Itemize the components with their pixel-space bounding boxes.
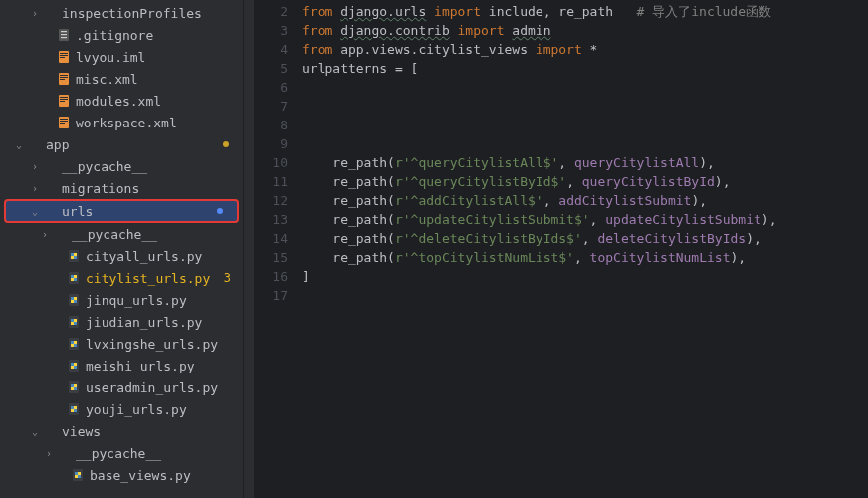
tree-item-jiudian_urls.py[interactable]: jiudian_urls.py: [0, 311, 243, 333]
tree-item-lvyou.iml[interactable]: lvyou.iml: [0, 46, 243, 68]
tree-item-label: app: [46, 137, 223, 152]
code-line[interactable]: from app.views.citylist_views import *: [302, 40, 868, 59]
tree-item-label: cityall_urls.py: [86, 249, 243, 264]
line-number: 11: [254, 172, 288, 191]
line-number: 3: [254, 21, 288, 40]
tree-item-citylist_urls.py[interactable]: citylist_urls.py3: [0, 267, 243, 289]
svg-rect-1: [61, 31, 67, 32]
tree-item-jinqu_urls.py[interactable]: jinqu_urls.py: [0, 289, 243, 311]
tree-item-label: misc.xml: [76, 72, 243, 87]
code-line[interactable]: re_path(r'^queryCitylistById$', queryCit…: [302, 172, 868, 191]
xml-icon: [56, 50, 72, 64]
code-line[interactable]: [302, 78, 868, 97]
tree-item-meishi_urls.py[interactable]: meishi_urls.py: [0, 355, 243, 376]
tree-item-workspace.xml[interactable]: workspace.xml: [0, 112, 243, 133]
svg-rect-3: [61, 37, 67, 38]
tree-item-cityall_urls.py[interactable]: cityall_urls.py: [0, 245, 243, 267]
tree-item-migrations[interactable]: ›migrations: [0, 177, 243, 199]
svg-rect-15: [60, 101, 65, 102]
line-number: 10: [254, 153, 288, 172]
chevron-right-icon[interactable]: ›: [28, 161, 42, 172]
code-editor[interactable]: 234567891011121314151617 from django.url…: [244, 0, 868, 498]
code-line[interactable]: [302, 134, 868, 153]
line-number: 16: [254, 267, 288, 286]
chevron-down-icon[interactable]: ⌄: [28, 426, 42, 437]
editor-scrollbar[interactable]: [244, 0, 254, 498]
code-line[interactable]: from django.urls import include, re_path…: [302, 2, 868, 21]
py-icon: [66, 359, 82, 373]
chevron-down-icon[interactable]: ⌄: [12, 139, 26, 150]
tree-item-label: youji_urls.py: [86, 402, 243, 417]
py-icon: [66, 337, 82, 351]
tree-item-youji_urls.py[interactable]: youji_urls.py: [0, 398, 243, 420]
svg-rect-14: [60, 99, 68, 100]
code-line[interactable]: urlpatterns = [: [302, 59, 868, 78]
chevron-right-icon[interactable]: ›: [42, 448, 56, 459]
tree-item-label: lvyou.iml: [76, 50, 243, 65]
vcs-status-dot: [217, 208, 223, 214]
tree-item-__pycache__[interactable]: ›__pycache__: [0, 442, 243, 464]
code-line[interactable]: re_path(r'^topCitylistNumList$', topCity…: [302, 248, 868, 267]
svg-rect-17: [60, 119, 68, 120]
tree-item-label: useradmin_urls.py: [86, 380, 243, 395]
xml-icon: [56, 94, 72, 108]
svg-rect-6: [60, 55, 68, 56]
line-number: 2: [254, 2, 288, 21]
tree-item-__pycache__[interactable]: ›__pycache__: [0, 155, 243, 177]
tree-item-views[interactable]: ⌄views: [0, 420, 243, 442]
code-line[interactable]: [302, 97, 868, 116]
tree-item-.gitignore[interactable]: .gitignore: [0, 24, 243, 46]
line-number: 13: [254, 210, 288, 229]
chevron-right-icon[interactable]: ›: [28, 183, 42, 194]
svg-rect-11: [60, 79, 65, 80]
tree-item-app[interactable]: ⌄app: [0, 133, 243, 155]
py-icon: [66, 315, 82, 329]
tree-item-label: __pycache__: [76, 446, 243, 461]
tree-item-modules.xml[interactable]: modules.xml: [0, 90, 243, 112]
chevron-right-icon[interactable]: ›: [28, 8, 42, 19]
svg-rect-5: [60, 53, 68, 54]
code-line[interactable]: re_path(r'^deleteCitylistByIds$', delete…: [302, 229, 868, 248]
line-number: 12: [254, 191, 288, 210]
tree-item-__pycache__[interactable]: ›__pycache__: [0, 223, 243, 245]
xml-icon: [56, 116, 72, 129]
tree-item-useradmin_urls.py[interactable]: useradmin_urls.py: [0, 376, 243, 398]
tree-item-label: __pycache__: [62, 159, 243, 174]
code-line[interactable]: [302, 116, 868, 134]
tree-item-urls[interactable]: ⌄urls: [4, 199, 239, 223]
xml-icon: [56, 72, 72, 86]
change-count-badge: 3: [224, 271, 231, 285]
tree-item-label: workspace.xml: [76, 116, 243, 130]
py-icon: [66, 249, 82, 263]
line-gutter: 234567891011121314151617: [254, 0, 302, 498]
chevron-down-icon[interactable]: ⌄: [28, 206, 42, 217]
code-line[interactable]: re_path(r'^updateCitylistSubmit$', updat…: [302, 210, 868, 229]
tree-item-inspectionProfiles[interactable]: ›inspectionProfiles: [0, 2, 243, 24]
tree-item-label: citylist_urls.py: [86, 271, 224, 286]
tree-item-label: modules.xml: [76, 94, 243, 109]
tree-item-label: __pycache__: [72, 227, 243, 242]
svg-rect-10: [60, 77, 68, 78]
git-icon: [56, 28, 72, 42]
chevron-right-icon[interactable]: ›: [38, 229, 52, 240]
line-number: 4: [254, 40, 288, 59]
vcs-status-dot: [223, 141, 229, 147]
line-number: 8: [254, 116, 288, 134]
tree-item-label: lvxingshe_urls.py: [86, 337, 243, 352]
py-icon: [66, 380, 82, 394]
tree-item-label: base_views.py: [90, 468, 243, 483]
tree-item-misc.xml[interactable]: misc.xml: [0, 68, 243, 90]
py-icon: [70, 468, 86, 482]
code-line[interactable]: re_path(r'^addCitylistAll$', addCitylist…: [302, 191, 868, 210]
tree-item-base_views.py[interactable]: base_views.py: [0, 464, 243, 486]
tree-item-label: jinqu_urls.py: [86, 293, 243, 308]
code-line[interactable]: re_path(r'^queryCitylistAll$', queryCity…: [302, 153, 868, 172]
tree-item-lvxingshe_urls.py[interactable]: lvxingshe_urls.py: [0, 333, 243, 355]
project-tree[interactable]: ›inspectionProfiles.gitignorelvyou.imlmi…: [0, 0, 244, 498]
code-area[interactable]: from django.urls import include, re_path…: [302, 0, 868, 498]
line-number: 17: [254, 286, 288, 305]
code-line[interactable]: from django.contrib import admin: [302, 21, 868, 40]
code-line[interactable]: [302, 286, 868, 305]
line-number: 9: [254, 134, 288, 153]
code-line[interactable]: ]: [302, 267, 868, 286]
